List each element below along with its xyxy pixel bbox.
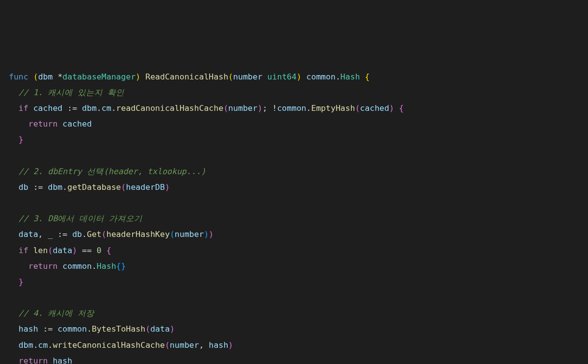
- keyword-if: if: [19, 246, 28, 255]
- builtin-func: len: [33, 246, 48, 255]
- code-line: return common.Hash{}: [9, 259, 579, 274]
- not-op: !: [272, 104, 277, 113]
- dot: .: [111, 104, 116, 113]
- code-line: db := dbm.getDatabase(headerDB): [9, 180, 579, 195]
- paren-open: (: [223, 104, 228, 113]
- paren-open: (: [355, 104, 360, 113]
- keyword-return: return: [28, 261, 58, 271]
- assign-op: :=: [67, 104, 77, 113]
- eq-op: ==: [82, 246, 92, 255]
- pkg-name: common: [62, 261, 92, 271]
- arg-name: data: [150, 324, 170, 334]
- brace-close: }: [19, 277, 24, 286]
- func-name: EmptyHash: [311, 104, 355, 113]
- type-name: Hash: [97, 261, 116, 271]
- blank-ident: _: [48, 230, 53, 239]
- dot: .: [87, 324, 92, 334]
- code-line: // 2. dbEntry 선택(header, txlookup...): [9, 164, 579, 180]
- paren-open: (: [121, 182, 126, 192]
- code-line: // 3. DB에서 데이터 가져오기: [9, 211, 579, 227]
- code-line-blank: [9, 148, 579, 164]
- paren-open: (: [228, 72, 233, 81]
- code-line: if len(data) == 0 {: [9, 243, 579, 259]
- comment: // 3. DB에서 데이터 가져오기: [19, 214, 142, 223]
- semicolon: ;: [263, 104, 267, 113]
- code-line: return cached: [9, 116, 579, 132]
- var-name: cached: [33, 104, 63, 113]
- code-line: // 1. 캐시에 있는지 확인: [9, 85, 579, 101]
- paren-close: ): [135, 72, 140, 81]
- dot: .: [306, 104, 311, 113]
- type-name: Hash: [341, 72, 360, 81]
- code-line: hash := common.BytesToHash(data): [9, 321, 579, 337]
- method-name: writeCanonicalHashCache: [53, 340, 164, 350]
- var-name: dbm: [82, 104, 97, 113]
- dot: .: [48, 340, 53, 350]
- receiver-var: dbm: [38, 72, 53, 81]
- keyword-return: return: [28, 119, 58, 129]
- method-name: readCanonicalHashCache: [116, 104, 224, 113]
- paren-open: (: [145, 324, 150, 334]
- paren-close: ): [209, 230, 214, 239]
- paren-close: ): [228, 340, 233, 350]
- paren-open: (: [102, 230, 107, 239]
- paren-close: ): [72, 246, 77, 255]
- arg-name: hash: [209, 340, 228, 350]
- dot: .: [97, 104, 102, 113]
- keyword-return: return: [19, 356, 48, 364]
- field-name: cm: [38, 340, 48, 350]
- param-name: number: [233, 72, 263, 81]
- field-name: cm: [102, 104, 111, 113]
- code-line-blank: [9, 195, 579, 211]
- var-name: dbm: [48, 182, 62, 192]
- paren-close: ): [389, 104, 394, 113]
- comment: // 1. 캐시에 있는지 확인: [19, 88, 124, 97]
- paren-close: ): [165, 182, 170, 192]
- comment: // 4. 캐시에 저장: [19, 309, 95, 318]
- code-line: // 4. 캐시에 저장: [9, 306, 579, 321]
- paren-close: ): [296, 72, 301, 81]
- code-line: dbm.cm.writeCanonicalHashCache(number, h…: [9, 338, 579, 353]
- code-line-blank: [9, 290, 579, 306]
- arg-name: cached: [360, 104, 389, 113]
- code-line: }: [9, 274, 579, 290]
- paren-open: (: [33, 72, 38, 81]
- brace-close: }: [19, 135, 24, 144]
- var-name: db: [19, 182, 28, 192]
- number-literal: 0: [97, 246, 102, 255]
- var-name: dbm: [19, 340, 33, 350]
- pointer-star: *: [57, 72, 62, 81]
- var-name: data: [19, 230, 38, 239]
- var-name: db: [72, 230, 82, 239]
- paren-open: (: [170, 230, 175, 239]
- code-line: data, _ := db.Get(headerHashKey(number)): [9, 227, 579, 242]
- func-name: headerHashKey: [107, 230, 170, 239]
- type-name: databaseManager: [62, 72, 135, 81]
- dot: .: [33, 340, 38, 350]
- var-name: hash: [19, 324, 38, 334]
- code-line: if cached := dbm.cm.readCanonicalHashCac…: [9, 101, 579, 116]
- brace-close: }: [121, 261, 126, 271]
- code-editor-view: func (dbm *databaseManager) ReadCanonica…: [9, 69, 579, 364]
- dot: .: [82, 230, 87, 239]
- brace-open: {: [107, 246, 111, 255]
- arg-name: number: [170, 340, 199, 350]
- arg-name: number: [228, 104, 258, 113]
- paren-close: ): [170, 324, 175, 334]
- dot: .: [336, 72, 341, 81]
- paren-open: (: [165, 340, 170, 350]
- method-name: Get: [87, 230, 102, 239]
- paren-close: ): [258, 104, 263, 113]
- pkg-name: common: [57, 324, 87, 334]
- assign-op: :=: [43, 324, 53, 334]
- paren-open: (: [48, 246, 53, 255]
- assign-op: :=: [57, 230, 67, 239]
- assign-op: :=: [33, 182, 43, 192]
- pkg-name: common: [277, 104, 306, 113]
- arg-name: number: [175, 230, 204, 239]
- code-line: return hash: [9, 353, 579, 364]
- brace-open: {: [116, 261, 121, 271]
- brace-open: {: [399, 104, 404, 113]
- type-name: uint64: [267, 72, 297, 81]
- pkg-name: common: [306, 72, 336, 81]
